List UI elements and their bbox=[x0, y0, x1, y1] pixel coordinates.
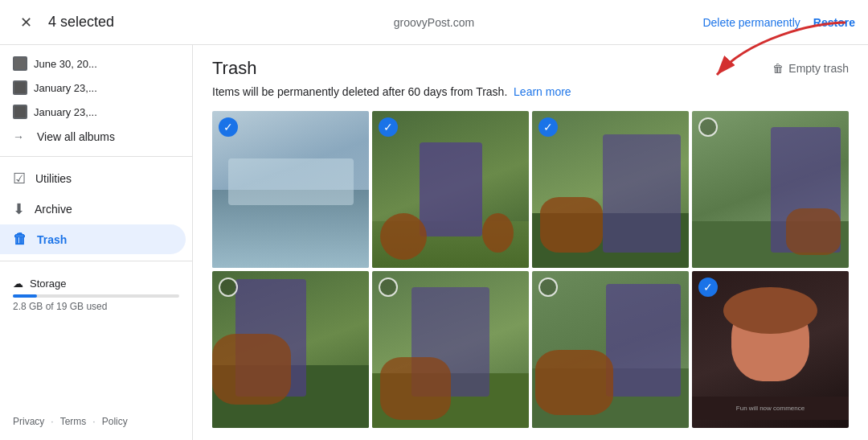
policy-link[interactable]: Policy bbox=[102, 416, 128, 427]
album-checkbox-1[interactable] bbox=[13, 56, 27, 71]
sidebar-divider-2 bbox=[0, 261, 192, 261]
album-date-2: January 23,... bbox=[34, 82, 97, 94]
site-name: groovyPost.com bbox=[394, 16, 474, 29]
top-bar-left: ✕ 4 selected bbox=[13, 10, 114, 35]
storage-section: ☁ Storage 2.8 GB of 19 GB used bbox=[0, 268, 192, 322]
sidebar-item-archive[interactable]: ⬇ Archive bbox=[0, 194, 186, 224]
sidebar-album-3[interactable]: January 23,... bbox=[0, 100, 192, 124]
empty-trash-icon: 🗑 bbox=[772, 62, 784, 75]
empty-trash-button[interactable]: 🗑 Empty trash bbox=[772, 62, 849, 75]
album-checkbox-2[interactable] bbox=[13, 80, 27, 95]
learn-more-link[interactable]: Learn more bbox=[514, 85, 571, 98]
storage-bar-background bbox=[13, 294, 179, 298]
terms-link[interactable]: Terms bbox=[60, 416, 87, 427]
storage-title: Storage bbox=[30, 278, 67, 290]
sidebar-item-utilities[interactable]: ☑ Utilities bbox=[0, 163, 186, 194]
page-title: Trash bbox=[212, 58, 256, 79]
photo-grid: ✓ ✓ ✓ bbox=[212, 111, 849, 428]
restore-button[interactable]: Restore bbox=[813, 16, 855, 29]
empty-trash-label: Empty trash bbox=[788, 62, 849, 75]
photo-check-5 bbox=[219, 278, 238, 297]
photo-item-1[interactable]: ✓ bbox=[212, 111, 369, 268]
utilities-icon: ☑ bbox=[13, 170, 26, 187]
photo-item-8[interactable]: Fun will now commence ✓ bbox=[692, 271, 849, 428]
photo-check-1: ✓ bbox=[219, 117, 238, 137]
photo-check-6 bbox=[379, 278, 398, 297]
info-text: Items will be permanently deleted after … bbox=[212, 85, 849, 98]
archive-icon: ⬇ bbox=[13, 200, 25, 218]
photo-item-3[interactable]: ✓ bbox=[532, 111, 689, 268]
sidebar: June 30, 20... January 23,... January 23… bbox=[0, 45, 193, 440]
footer-dot-2: · bbox=[92, 416, 95, 427]
photo-check-2: ✓ bbox=[379, 117, 398, 137]
sidebar-item-trash[interactable]: 🗑 Trash bbox=[0, 224, 186, 254]
photo-check-7 bbox=[538, 278, 558, 297]
photo-check-3: ✓ bbox=[538, 117, 558, 137]
storage-bar-fill bbox=[13, 294, 37, 298]
view-all-albums-label: View all albums bbox=[37, 130, 115, 143]
sidebar-item-view-all-albums[interactable]: → View all albums bbox=[0, 124, 186, 150]
sidebar-divider-1 bbox=[0, 156, 192, 157]
privacy-link[interactable]: Privacy bbox=[13, 416, 44, 427]
sidebar-album-2[interactable]: January 23,... bbox=[0, 76, 192, 100]
photo-item-4[interactable] bbox=[692, 111, 849, 268]
photo-item-2[interactable]: ✓ bbox=[372, 111, 529, 268]
delete-permanently-button[interactable]: Delete permanently bbox=[702, 16, 800, 29]
top-bar-actions: Delete permanently Restore bbox=[702, 16, 855, 29]
sidebar-footer: Privacy · Terms · Policy bbox=[0, 409, 192, 434]
info-text-content: Items will be permanently deleted after … bbox=[212, 85, 507, 98]
cloud-icon: ☁ bbox=[13, 278, 23, 290]
top-bar: ✕ 4 selected groovyPost.com Delete perma… bbox=[0, 0, 868, 45]
archive-label: Archive bbox=[35, 203, 72, 216]
sidebar-album-1[interactable]: June 30, 20... bbox=[0, 51, 192, 76]
main-layout: June 30, 20... January 23,... January 23… bbox=[0, 45, 868, 440]
storage-used-text: 2.8 GB of 19 GB used bbox=[13, 301, 179, 312]
main-content: Trash 🗑 Empty trash Items will be perman… bbox=[193, 45, 868, 440]
utilities-label: Utilities bbox=[35, 172, 72, 185]
trash-icon: 🗑 bbox=[13, 231, 27, 248]
trash-label: Trash bbox=[37, 233, 67, 246]
photo-item-6[interactable] bbox=[372, 271, 529, 428]
photo-check-8: ✓ bbox=[698, 278, 718, 297]
photo-item-7[interactable] bbox=[532, 271, 689, 428]
content-header: Trash 🗑 Empty trash bbox=[212, 58, 849, 79]
arrow-icon: → bbox=[13, 130, 24, 143]
album-date-3: January 23,... bbox=[34, 106, 97, 118]
album-checkbox-3[interactable] bbox=[13, 105, 27, 119]
album-date-1: June 30, 20... bbox=[34, 58, 97, 70]
close-button[interactable]: ✕ bbox=[13, 10, 39, 35]
selected-count: 4 selected bbox=[48, 14, 114, 31]
footer-dot-1: · bbox=[51, 416, 53, 427]
photo-item-5[interactable] bbox=[212, 271, 369, 428]
photo-check-4 bbox=[698, 117, 718, 137]
